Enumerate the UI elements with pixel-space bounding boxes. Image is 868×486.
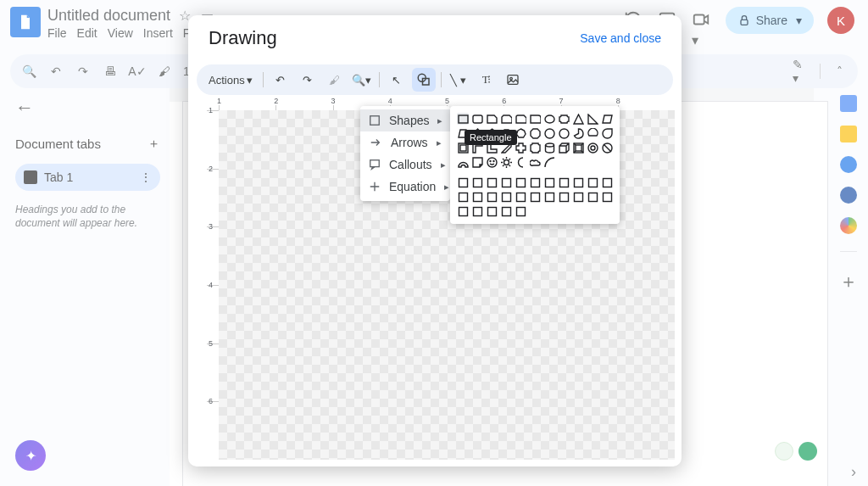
drawing-toolbar: Actions ▾ ↶ ↷ 🖌 🔍▾ ↖ ╲ ▾ T⁝ — [197, 64, 673, 95]
actions-menu[interactable]: Actions ▾ — [203, 74, 258, 87]
shape-rt-triangle[interactable] — [587, 113, 598, 125]
shape-flow-merge[interactable] — [587, 191, 598, 203]
svg-point-12 — [545, 129, 554, 138]
shape-flow-card[interactable] — [486, 191, 498, 203]
shape-cloud[interactable] — [529, 156, 541, 168]
shape-flow-process[interactable] — [457, 176, 469, 188]
shape-donut[interactable] — [587, 142, 598, 154]
shape-flow-offpage[interactable] — [471, 191, 483, 203]
shape-category-callouts[interactable]: Callouts▸ — [360, 154, 450, 176]
shape-moon[interactable] — [515, 156, 526, 168]
zoom-tool-icon[interactable]: 🔍▾ — [350, 68, 374, 92]
svg-point-24 — [493, 160, 494, 161]
shape-tooltip: Rectangle — [465, 130, 517, 145]
shape-category-equation[interactable]: Equation▸ — [360, 176, 450, 198]
shape-arc[interactable] — [543, 156, 555, 168]
shape-flow-direct[interactable] — [500, 205, 512, 217]
chevron-right-icon: ▸ — [444, 182, 449, 193]
shape-triangle[interactable] — [572, 113, 584, 125]
shape-flow-sort[interactable] — [558, 191, 570, 203]
shape-chord[interactable] — [587, 127, 598, 139]
shape-round-corner[interactable] — [529, 113, 541, 125]
svg-rect-47 — [603, 193, 611, 201]
shape-flow-collate[interactable] — [543, 191, 555, 203]
shape-flow-seq[interactable] — [471, 205, 483, 217]
svg-rect-37 — [459, 193, 467, 201]
svg-rect-27 — [473, 178, 481, 187]
shape-snip2-rect[interactable] — [500, 113, 512, 125]
textbox-tool-icon[interactable]: T⁝ — [474, 68, 498, 92]
shape-parallelogram[interactable] — [601, 113, 613, 125]
shape-flow-data[interactable] — [500, 176, 512, 188]
svg-rect-9 — [459, 115, 468, 123]
shape-flow-display[interactable] — [515, 205, 526, 217]
shape-flow-extract[interactable] — [572, 191, 584, 203]
shape-round2-rect[interactable] — [515, 113, 526, 125]
shape-can[interactable] — [543, 142, 555, 154]
svg-point-25 — [504, 159, 509, 165]
drawing-undo-icon[interactable]: ↶ — [269, 68, 292, 92]
svg-rect-46 — [588, 193, 597, 201]
shape-plaque[interactable] — [558, 113, 570, 125]
shape-tool-icon — [416, 72, 431, 87]
svg-rect-31 — [531, 178, 539, 187]
shape-decagon[interactable] — [543, 127, 555, 139]
image-tool-icon[interactable] — [501, 68, 525, 92]
shape-flow-mag[interactable] — [486, 205, 498, 217]
shape-flow-multi[interactable] — [558, 176, 570, 188]
shape-sun[interactable] — [500, 156, 512, 168]
svg-rect-15 — [460, 145, 466, 151]
shape-bevel[interactable] — [572, 142, 584, 154]
shape-round-rect[interactable] — [471, 113, 483, 125]
shape-teardrop[interactable] — [601, 127, 613, 139]
shape-snip-rect[interactable] — [486, 113, 498, 125]
svg-point-20 — [591, 146, 595, 150]
shape-cube[interactable] — [558, 142, 570, 154]
shape-plaque2[interactable] — [529, 142, 541, 154]
shape-flow-connector[interactable] — [457, 191, 469, 203]
shape-flow-alt[interactable] — [471, 176, 483, 188]
svg-rect-41 — [516, 193, 525, 201]
svg-rect-28 — [487, 178, 496, 187]
arrow-icon — [369, 136, 382, 149]
shape-smiley[interactable] — [486, 156, 498, 168]
shape-flow-predef[interactable] — [515, 176, 526, 188]
svg-rect-35 — [588, 178, 597, 187]
shape-category-shapes[interactable]: Shapes▸ — [360, 109, 450, 131]
svg-rect-49 — [473, 207, 481, 215]
svg-rect-34 — [574, 178, 582, 187]
shape-flow-punched[interactable] — [500, 191, 512, 203]
shape-folded-corner[interactable] — [471, 156, 483, 168]
shape-rect[interactable] — [457, 113, 469, 125]
shape-no-symbol[interactable] — [601, 142, 613, 154]
save-and-close-button[interactable]: Save and close — [580, 31, 661, 45]
shape-tool-button[interactable] — [412, 68, 436, 92]
chevron-right-icon: ▸ — [437, 115, 442, 126]
shape-pie[interactable] — [572, 127, 584, 139]
drawing-redo-icon[interactable]: ↷ — [296, 68, 320, 92]
shape-flow-internal[interactable] — [529, 176, 541, 188]
shape-flow-doc[interactable] — [543, 176, 555, 188]
shape-flow-term[interactable] — [572, 176, 584, 188]
square-icon — [369, 114, 381, 127]
shape-flow-stored[interactable] — [601, 191, 613, 203]
shape-category-arrows[interactable]: Arrows▸ — [360, 131, 450, 154]
shape-flow-manual[interactable] — [601, 176, 613, 188]
select-tool-icon[interactable]: ↖ — [385, 68, 409, 92]
shape-oval[interactable] — [543, 113, 555, 125]
paint-format-icon[interactable]: 🖌 — [323, 68, 347, 92]
svg-rect-45 — [574, 193, 582, 201]
shape-flow-prep[interactable] — [587, 176, 598, 188]
shape-flow-decision[interactable] — [486, 176, 498, 188]
shape-flow-delay[interactable] — [457, 205, 469, 217]
shape-dodecagon[interactable] — [558, 127, 570, 139]
shape-flow-or[interactable] — [529, 191, 541, 203]
shape-flow-summing[interactable] — [515, 191, 526, 203]
line-tool-icon[interactable]: ╲ ▾ — [447, 68, 470, 92]
shape-octagon[interactable] — [529, 127, 541, 139]
svg-rect-10 — [473, 115, 482, 123]
shape-block-arc[interactable] — [457, 156, 469, 168]
dialog-title: Drawing — [209, 27, 277, 49]
svg-rect-38 — [473, 193, 481, 201]
svg-rect-32 — [545, 178, 554, 187]
